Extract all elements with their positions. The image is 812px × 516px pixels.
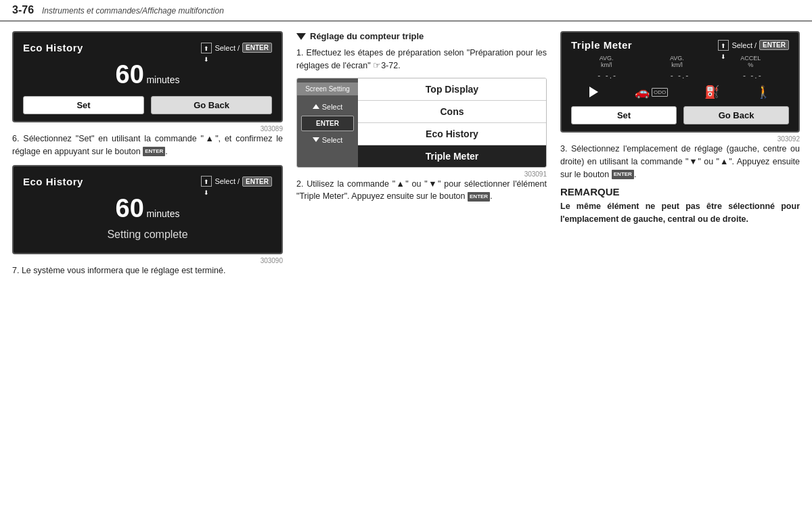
car-odo-group: 🚗 ODO — [635, 85, 668, 99]
screen-1-goback-btn[interactable]: Go Back — [151, 96, 272, 114]
menu-sidebar-select-down: Select — [297, 133, 358, 147]
triple-screen-buttons: Set Go Back — [571, 106, 789, 124]
screen-1-set-btn[interactable]: Set — [23, 96, 144, 114]
screen-1-select-label: Select / — [215, 44, 240, 52]
step-1-ref: ☞3-72. — [373, 61, 401, 70]
screen-2-value: 60 — [116, 194, 144, 222]
triple-meter-top: Triple Meter ⬆⬇ Select / ENTER — [571, 39, 789, 51]
main-content: Eco History ⬆⬇ Select / ENTER 60 minutes… — [0, 22, 812, 293]
screen-1-value-row: 60 minutes — [23, 60, 272, 89]
triple-enter-badge: ENTER — [759, 40, 789, 50]
step-1-text: 1. Effectuez les étapes de préparation s… — [296, 47, 547, 72]
page-number: 3-76 — [12, 4, 34, 16]
screen-1-buttons: Set Go Back — [23, 96, 272, 114]
menu-screen-box: Screen Setting Select ENTER Select Top D… — [296, 78, 547, 168]
menu-sidebar-enter: ENTER — [301, 116, 354, 131]
triple-meter-controls: ⬆⬇ Select / ENTER — [718, 40, 789, 51]
screen-1-code: 303089 — [12, 125, 283, 133]
enter-small-3: ENTER — [612, 170, 634, 179]
screen-2-controls: ⬆⬇ Select / ENTER — [201, 176, 272, 187]
screen-2-select-label: Select / — [215, 177, 240, 185]
screen-2-enter-badge: ENTER — [242, 177, 272, 187]
menu-item-triple-meter[interactable]: Triple Meter — [358, 145, 546, 167]
screen-1-value: 60 — [116, 60, 144, 89]
triangle-down-icon — [296, 33, 306, 40]
enter-small-1: ENTER — [143, 147, 165, 156]
triple-label-1: AVG.km/l — [600, 55, 614, 68]
tri-down-icon — [313, 137, 319, 142]
triple-screen-code: 303092 — [560, 135, 800, 143]
triple-select-label: Select / — [731, 41, 757, 49]
triple-label-2: AVG.km/l — [670, 55, 684, 68]
sidebar-enter-label: ENTER — [316, 120, 339, 127]
fuel-pump-icon: ⛽ — [704, 85, 719, 99]
screen-2-title: Eco History — [23, 176, 83, 187]
menu-screen-inner: Screen Setting Select ENTER Select Top D… — [297, 78, 546, 167]
step-3-text: 3. Sélectionnez l'emplacement de réglage… — [560, 143, 800, 181]
para-1: 6. Sélectionnez "Set" en utilisant la co… — [12, 133, 283, 158]
remarque-text: Le même élément ne peut pas être sélecti… — [560, 200, 800, 226]
triple-values: - -.- - -.- - -.- — [571, 71, 789, 80]
odo-badge: ODO — [652, 88, 668, 97]
updown-icon-3: ⬆⬇ — [718, 40, 729, 51]
triple-icons-row: 🚗 ODO ⛽ 🚶 — [571, 85, 789, 99]
tri-up-icon — [313, 104, 319, 109]
menu-screen-code: 303091 — [296, 170, 547, 178]
play-icon — [589, 87, 598, 97]
triple-value-3: - -.- — [743, 71, 763, 80]
remarque-heading: REMARQUE — [560, 186, 800, 197]
triple-screen-box: Triple Meter ⬆⬇ Select / ENTER AVG.km/l … — [560, 31, 800, 133]
triple-set-btn[interactable]: Set — [571, 106, 677, 124]
triple-goback-btn[interactable]: Go Back — [683, 106, 789, 124]
section-heading-text: Réglage du compteur triple — [310, 31, 424, 41]
triple-value-1: - -.- — [597, 71, 617, 80]
triple-meter-labels: AVG.km/l AVG.km/l ACCEL% — [571, 55, 789, 68]
screen-2-value-row: 60 minutes — [23, 194, 272, 223]
screen-1-top-bar: Eco History ⬆⬇ Select / ENTER — [23, 42, 272, 53]
updown-icon-2: ⬆⬇ — [201, 176, 212, 187]
driver-icon: 🚶 — [756, 85, 771, 99]
screen-2-unit: minutes — [146, 208, 179, 219]
car-icon: 🚗 — [635, 85, 650, 99]
screen-1: Eco History ⬆⬇ Select / ENTER 60 minutes… — [12, 31, 283, 122]
menu-items: Top Display Cons Eco History Triple Mete… — [358, 78, 546, 167]
screen-2-code: 303090 — [12, 257, 283, 264]
screen-2-top-bar: Eco History ⬆⬇ Select / ENTER — [23, 176, 272, 187]
menu-sidebar-select-up: Select — [297, 99, 358, 114]
col-right: Triple Meter ⬆⬇ Select / ENTER AVG.km/l … — [554, 31, 800, 283]
step-2-text: 2. Utilisez la commande "▲" ou "▼" pour … — [296, 178, 547, 204]
triple-meter-title: Triple Meter — [571, 39, 632, 51]
screen-1-title: Eco History — [23, 42, 83, 53]
sidebar-select-down-label: Select — [322, 136, 343, 144]
triple-value-2: - -.- — [671, 71, 690, 80]
enter-small-2: ENTER — [468, 192, 490, 202]
menu-item-top-display[interactable]: Top Display — [358, 78, 546, 101]
col-middle: Réglage du compteur triple 1. Effectuez … — [290, 31, 554, 283]
screen-1-controls: ⬆⬇ Select / ENTER — [201, 43, 272, 53]
para-2: 7. Le système vous informera que le régl… — [12, 264, 283, 277]
menu-item-eco-history[interactable]: Eco History — [358, 123, 546, 145]
screen-2: Eco History ⬆⬇ Select / ENTER 60 minutes… — [12, 165, 283, 254]
col-left: Eco History ⬆⬇ Select / ENTER 60 minutes… — [12, 31, 290, 283]
sidebar-select-up-label: Select — [322, 103, 343, 111]
page-subtitle: Instruments et commandes/Affichage multi… — [42, 6, 224, 16]
menu-sidebar-title: Screen Setting — [297, 83, 358, 95]
screen-1-unit: minutes — [146, 74, 179, 85]
screen-1-enter-badge: ENTER — [242, 43, 272, 53]
section-heading: Réglage du compteur triple — [296, 31, 547, 41]
menu-item-cons[interactable]: Cons — [358, 101, 546, 123]
screen-2-complete: Setting complete — [23, 229, 272, 241]
menu-sidebar: Screen Setting Select ENTER Select — [297, 78, 358, 167]
triple-label-3: ACCEL% — [740, 55, 761, 68]
updown-icon-1: ⬆⬇ — [201, 43, 212, 53]
page-header: 3-76 Instruments et commandes/Affichage … — [0, 0, 812, 22]
